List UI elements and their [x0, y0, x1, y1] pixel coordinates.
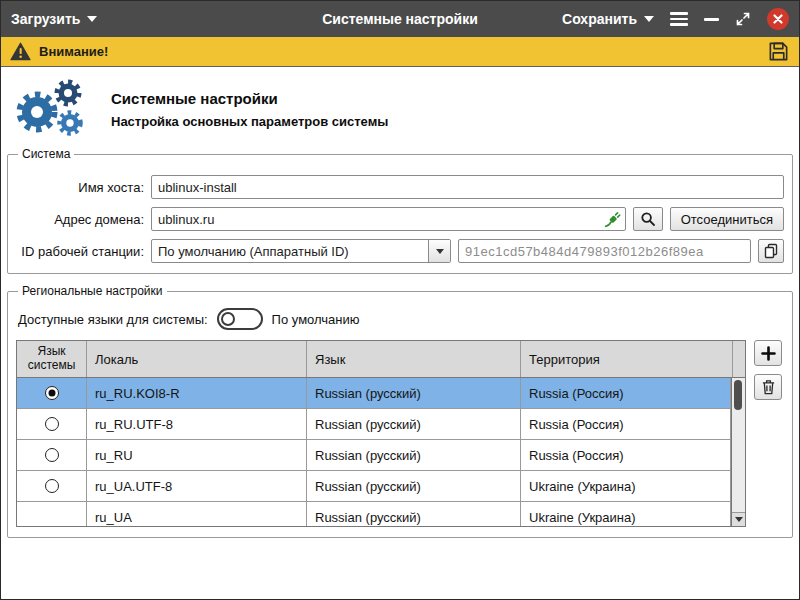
locale-cell[interactable]: ru_UA.UTF-8 [87, 471, 307, 501]
load-button[interactable]: Загрузить [11, 11, 97, 27]
column-header-locale[interactable]: Локаль [87, 341, 307, 377]
search-button[interactable] [633, 207, 663, 231]
scroll-down-button[interactable] [732, 512, 745, 526]
menu-button[interactable] [670, 12, 688, 26]
column-header-language[interactable]: Язык [307, 341, 521, 377]
maximize-icon [735, 11, 751, 27]
gears-icon [13, 79, 93, 139]
add-locale-button[interactable] [754, 340, 782, 366]
domain-label: Адрес домена: [16, 212, 144, 227]
page-header: Системные настройки Настройка основных п… [1, 67, 799, 147]
system-language-radio-cell[interactable] [17, 440, 87, 470]
territory-cell[interactable]: Russia (Россия) [521, 409, 731, 439]
chevron-down-icon [735, 517, 743, 522]
page-subtitle: Настройка основных параметров системы [111, 114, 388, 129]
language-cell[interactable]: Russian (русский) [307, 409, 521, 439]
warning-text: Внимание! [39, 44, 108, 59]
save-button-label: Сохранить [562, 11, 637, 27]
territory-cell[interactable]: Russia (Россия) [521, 378, 731, 408]
station-id-label: ID рабочей станции: [16, 244, 144, 259]
locale-cell[interactable]: ru_RU.KOI8-R [87, 378, 307, 408]
regional-group: Региональные настройки Доступные языки д… [7, 284, 793, 538]
hostname-input[interactable] [151, 175, 784, 199]
window-title: Системные настройки [322, 11, 478, 27]
default-languages-toggle[interactable] [217, 308, 263, 330]
locale-cell[interactable]: ru_UA [87, 502, 307, 527]
table-actions [754, 340, 782, 400]
save-file-button[interactable] [767, 40, 790, 63]
titlebar: Загрузить Системные настройки Сохранить [1, 1, 799, 37]
close-button[interactable] [767, 8, 789, 30]
system-language-radio-cell[interactable] [17, 502, 87, 527]
system-group-legend: Система [18, 147, 74, 161]
table-row[interactable]: ru_RU Russian (русский) Russia (Россия) [17, 440, 731, 471]
radio-icon[interactable] [45, 448, 59, 462]
table-row[interactable]: ru_UA Russian (русский) Ukraine (Украина… [17, 502, 731, 527]
toggle-knob-icon [221, 312, 235, 326]
column-header-system-language[interactable]: Язык системы [17, 341, 87, 377]
maximize-button[interactable] [735, 11, 751, 27]
close-icon [767, 8, 789, 30]
toggle-default-label: По умолчанию [272, 312, 360, 327]
territory-cell[interactable]: Ukraine (Украина) [521, 471, 731, 501]
table-row[interactable]: ru_RU.UTF-8 Russian (русский) Russia (Ро… [17, 409, 731, 440]
warning-triangle-icon [10, 42, 31, 61]
table-row[interactable]: ru_UA.UTF-8 Russian (русский) Ukraine (У… [17, 471, 731, 502]
chevron-down-icon [644, 16, 654, 22]
magnifier-icon [640, 211, 656, 227]
minimize-icon [704, 18, 719, 21]
station-id-selected-value: По умолчанию (Аппаратный ID) [152, 244, 428, 259]
load-button-label: Загрузить [11, 11, 80, 27]
system-language-radio-cell[interactable] [17, 471, 87, 501]
table-row[interactable]: ru_RU.KOI8-R Russian (русский) Russia (Р… [17, 378, 731, 409]
minimize-button[interactable] [704, 18, 719, 21]
radio-icon[interactable] [45, 417, 59, 431]
hardware-id-field [458, 239, 751, 263]
warning-bar: Внимание! [1, 37, 799, 67]
station-id-select[interactable]: По умолчанию (Аппаратный ID) [151, 239, 451, 263]
locales-table: Язык системы Локаль Язык Территория ru_R… [16, 340, 746, 527]
delete-locale-button[interactable] [754, 374, 782, 400]
system-language-radio-cell[interactable] [17, 409, 87, 439]
territory-cell[interactable]: Russia (Россия) [521, 440, 731, 470]
hamburger-icon [670, 12, 688, 26]
locale-cell[interactable]: ru_RU [87, 440, 307, 470]
plus-icon [761, 346, 776, 361]
language-cell[interactable]: Russian (русский) [307, 471, 521, 501]
main-content: Системные настройки Настройка основных п… [1, 67, 799, 598]
system-settings-window: Загрузить Системные настройки Сохранить [0, 0, 800, 600]
hostname-label: Имя хоста: [16, 180, 144, 195]
titlebar-controls: Сохранить [562, 8, 789, 30]
table-scrollbar[interactable] [731, 378, 745, 526]
trash-icon [761, 379, 776, 395]
domain-input-wrap [151, 207, 626, 231]
save-button[interactable]: Сохранить [562, 11, 654, 27]
combo-dropdown-button[interactable] [428, 240, 450, 262]
language-cell[interactable]: Russian (русский) [307, 440, 521, 470]
locales-table-header: Язык системы Локаль Язык Территория [17, 341, 745, 378]
radio-icon[interactable] [45, 386, 59, 400]
system-group: Система Имя хоста: Адрес домена: [7, 147, 793, 274]
language-cell[interactable]: Russian (русский) [307, 378, 521, 408]
column-header-territory[interactable]: Территория [521, 341, 733, 377]
copy-button[interactable] [758, 239, 784, 263]
system-language-radio-cell[interactable] [17, 378, 87, 408]
page-title: Системные настройки [111, 90, 388, 107]
floppy-icon [767, 40, 790, 63]
chevron-down-icon [87, 16, 97, 22]
available-languages-label: Доступные языки для системы: [18, 312, 208, 327]
locale-cell[interactable]: ru_RU.UTF-8 [87, 409, 307, 439]
regional-group-legend: Региональные настройки [18, 284, 167, 298]
domain-input[interactable] [151, 207, 626, 231]
copy-icon [763, 243, 779, 259]
chevron-down-icon [436, 249, 444, 254]
disconnect-button[interactable]: Отсоединиться [670, 207, 784, 231]
radio-icon[interactable] [45, 479, 59, 493]
scrollbar-thumb[interactable] [734, 380, 742, 410]
territory-cell[interactable]: Ukraine (Украина) [521, 502, 731, 527]
language-cell[interactable]: Russian (русский) [307, 502, 521, 527]
